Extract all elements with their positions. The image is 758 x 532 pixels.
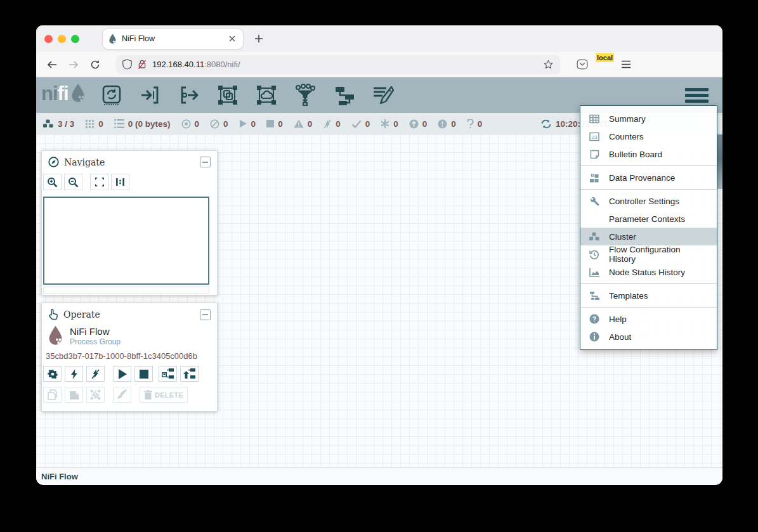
templates-icon — [588, 291, 601, 301]
new-tab-button[interactable] — [251, 30, 267, 47]
upload-template-button[interactable] — [180, 366, 199, 382]
threads-icon — [85, 119, 95, 129]
menu-separator — [580, 307, 717, 308]
copy-button[interactable] — [43, 387, 62, 403]
menu-item-bulletin-board[interactable]: Bulletin Board — [580, 145, 717, 163]
stop-button[interactable] — [134, 366, 153, 382]
label-tool-icon[interactable] — [363, 81, 402, 109]
running-icon — [239, 119, 247, 128]
queue-icon — [114, 119, 124, 128]
browser-navbar: 192.168.40.11:8080/nifi/ local — [36, 52, 722, 77]
cluster-icon — [588, 232, 601, 242]
controller-settings-icon — [588, 197, 601, 206]
bulletin-board-icon — [588, 150, 601, 159]
up-to-date-status: 0 — [351, 119, 370, 129]
start-button[interactable] — [113, 366, 131, 382]
locally-modified-stale-icon — [438, 119, 447, 129]
menu-item-node-status-history[interactable]: Node Status History — [580, 263, 717, 281]
svg-text:?: ? — [592, 315, 596, 323]
minimize-window-button[interactable] — [58, 35, 66, 43]
zoom-window-button[interactable] — [71, 35, 79, 43]
tab-bar: NiFi Flow — [36, 25, 722, 52]
delete-button[interactable]: DELETE — [140, 387, 188, 403]
menu-item-data-provenance[interactable]: Data Provenance — [580, 169, 717, 186]
browser-tab[interactable]: NiFi Flow — [103, 29, 243, 49]
navigate-collapse-button[interactable] — [200, 157, 211, 167]
group-button[interactable] — [86, 387, 105, 403]
locally-modified-icon — [381, 119, 389, 128]
transmitting-icon — [181, 119, 191, 129]
input-port-tool-icon[interactable] — [131, 81, 170, 109]
browser-window: NiFi Flow 192.168.40.11:8080/nifi/ — [36, 25, 722, 485]
menu-item-summary[interactable]: Summary — [580, 110, 717, 127]
breadcrumb-root[interactable]: NiFi Flow — [41, 472, 78, 481]
not-transmitting-status: 0 — [210, 119, 228, 129]
close-window-button[interactable] — [44, 35, 53, 43]
process-group-drop-icon — [47, 325, 64, 346]
canvas-scrollbar-thumb[interactable] — [717, 134, 722, 189]
disabled-status: 0 — [323, 119, 341, 129]
save-template-button[interactable] — [159, 366, 177, 382]
shield-icon[interactable] — [122, 59, 132, 70]
stale-status: 0 — [409, 119, 428, 129]
threads-status: 0 — [85, 119, 103, 129]
reload-button[interactable] — [86, 56, 105, 74]
process-group-tool-icon[interactable] — [209, 81, 247, 109]
menu-item-help[interactable]: ? Help — [580, 310, 717, 328]
template-tool-icon[interactable] — [325, 81, 363, 109]
fill-color-button[interactable] — [113, 387, 131, 403]
profile-badge: local — [596, 53, 614, 62]
output-port-tool-icon[interactable] — [170, 81, 209, 109]
zoom-actual-size-button[interactable] — [111, 174, 129, 190]
url-bar[interactable]: 192.168.40.11:8080/nifi/ — [116, 55, 560, 74]
configure-button[interactable] — [43, 366, 62, 382]
url-text[interactable]: 192.168.40.11:8080/nifi/ — [152, 60, 538, 69]
menu-separator — [580, 283, 717, 284]
menu-separator — [580, 189, 717, 190]
menu-item-parameter-contexts[interactable]: Parameter Contexts — [580, 210, 717, 228]
running-status: 0 — [239, 119, 256, 129]
stopped-icon — [266, 120, 274, 127]
bookmark-star-icon[interactable] — [543, 59, 554, 70]
menu-item-controller-settings[interactable]: Controller Settings — [580, 192, 717, 210]
locally-modified-status: 0 — [381, 119, 398, 129]
refresh-icon[interactable] — [541, 119, 551, 129]
global-menu-button[interactable] — [685, 88, 709, 103]
pocket-icon[interactable] — [577, 59, 588, 70]
cluster-status: 3 / 3 — [42, 119, 74, 129]
menu-item-flow-configuration-history[interactable]: Flow Configuration History — [580, 245, 717, 263]
data-provenance-icon — [588, 173, 601, 183]
forward-button[interactable] — [64, 56, 83, 74]
sync-failure-status: 0 — [467, 119, 483, 129]
zoom-in-button[interactable] — [43, 174, 62, 190]
menu-item-counters[interactable]: 23 Counters — [580, 127, 717, 145]
sync-failure-icon — [467, 119, 474, 129]
menu-item-templates[interactable]: Templates — [580, 287, 717, 304]
operate-title: Operate — [63, 309, 195, 320]
back-button[interactable] — [42, 56, 62, 74]
zoom-out-button[interactable] — [64, 174, 82, 190]
menu-item-about[interactable]: About — [580, 328, 717, 346]
funnel-tool-icon[interactable] — [286, 81, 325, 109]
cluster-icon — [42, 119, 54, 129]
tab-close-icon[interactable] — [226, 33, 238, 44]
disabled-icon — [323, 119, 332, 129]
processor-tool-icon[interactable] — [93, 81, 131, 109]
remote-process-group-tool-icon[interactable] — [247, 81, 286, 109]
breadcrumb[interactable]: NiFi Flow — [36, 467, 722, 485]
app-menu-icon[interactable] — [621, 60, 631, 68]
selected-component-type: Process Group — [70, 337, 121, 346]
transmitting-status: 0 — [181, 119, 200, 129]
operate-collapse-button[interactable] — [200, 309, 211, 320]
zoom-fit-button[interactable] — [90, 174, 108, 190]
enable-button[interactable] — [65, 366, 83, 382]
disable-button[interactable] — [86, 366, 105, 382]
insecure-lock-icon[interactable] — [137, 59, 147, 70]
svg-text:23: 23 — [592, 134, 598, 139]
profile-avatar[interactable]: local — [597, 57, 612, 72]
birdseye-minimap[interactable] — [43, 197, 209, 285]
paste-button[interactable] — [65, 387, 83, 403]
menu-item-cluster[interactable]: Cluster — [580, 228, 717, 245]
locally-modified-stale-status: 0 — [438, 119, 456, 129]
selected-component-name: NiFi Flow — [70, 325, 121, 337]
